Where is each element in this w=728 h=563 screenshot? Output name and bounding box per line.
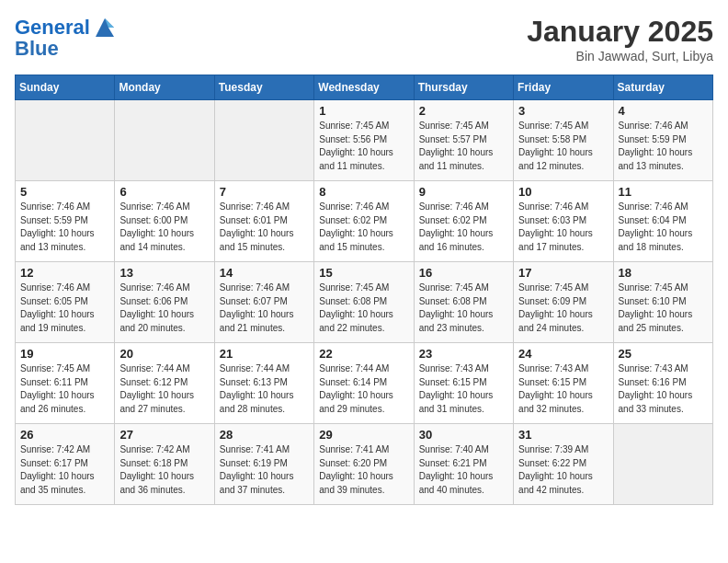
day-info: Sunrise: 7:46 AM Sunset: 6:02 PM Dayligh… <box>319 201 408 254</box>
day-number: 1 <box>319 104 408 118</box>
day-number: 23 <box>419 347 508 361</box>
day-number: 27 <box>119 428 209 442</box>
day-info: Sunrise: 7:46 AM Sunset: 6:02 PM Dayligh… <box>419 201 508 254</box>
calendar-cell: 3Sunrise: 7:45 AM Sunset: 5:58 PM Daylig… <box>514 100 613 181</box>
calendar-cell: 11Sunrise: 7:46 AM Sunset: 6:04 PM Dayli… <box>613 181 712 262</box>
calendar-cell: 7Sunrise: 7:46 AM Sunset: 6:01 PM Daylig… <box>214 181 313 262</box>
day-info: Sunrise: 7:45 AM Sunset: 6:09 PM Dayligh… <box>518 282 608 335</box>
day-number: 9 <box>419 185 508 199</box>
page-header: General Blue January 2025 Bin Jawwad, Su… <box>15 15 713 63</box>
weekday-header-row: SundayMondayTuesdayWednesdayThursdayFrid… <box>16 75 713 100</box>
calendar-cell: 16Sunrise: 7:45 AM Sunset: 6:08 PM Dayli… <box>414 262 513 343</box>
month-title: January 2025 <box>527 15 713 49</box>
day-info: Sunrise: 7:45 AM Sunset: 6:08 PM Dayligh… <box>419 282 508 335</box>
calendar-cell: 14Sunrise: 7:46 AM Sunset: 6:07 PM Dayli… <box>214 262 313 343</box>
day-info: Sunrise: 7:40 AM Sunset: 6:21 PM Dayligh… <box>419 443 508 497</box>
calendar-week-5: 26Sunrise: 7:42 AM Sunset: 6:17 PM Dayli… <box>16 424 713 505</box>
day-number: 21 <box>220 347 309 361</box>
day-info: Sunrise: 7:44 AM Sunset: 6:13 PM Dayligh… <box>220 362 309 416</box>
day-number: 12 <box>20 266 109 280</box>
day-info: Sunrise: 7:39 AM Sunset: 6:22 PM Dayligh… <box>518 443 608 497</box>
calendar-cell: 19Sunrise: 7:45 AM Sunset: 6:11 PM Dayli… <box>16 343 115 424</box>
logo: General Blue <box>15 15 118 61</box>
calendar-cell: 10Sunrise: 7:46 AM Sunset: 6:03 PM Dayli… <box>514 181 613 262</box>
day-number: 18 <box>619 266 708 280</box>
day-number: 6 <box>119 185 209 199</box>
weekday-header-friday: Friday <box>514 75 613 100</box>
calendar-week-4: 19Sunrise: 7:45 AM Sunset: 6:11 PM Dayli… <box>16 343 713 424</box>
calendar-cell <box>613 424 712 505</box>
calendar-cell: 13Sunrise: 7:46 AM Sunset: 6:06 PM Dayli… <box>115 262 214 343</box>
day-number: 8 <box>319 185 408 199</box>
calendar-cell: 12Sunrise: 7:46 AM Sunset: 6:05 PM Dayli… <box>16 262 115 343</box>
calendar-week-1: 1Sunrise: 7:45 AM Sunset: 5:56 PM Daylig… <box>16 100 713 181</box>
calendar-cell: 18Sunrise: 7:45 AM Sunset: 6:10 PM Dayli… <box>613 262 712 343</box>
calendar-cell: 6Sunrise: 7:46 AM Sunset: 6:00 PM Daylig… <box>115 181 214 262</box>
day-info: Sunrise: 7:44 AM Sunset: 6:14 PM Dayligh… <box>319 362 408 416</box>
day-number: 31 <box>518 428 608 442</box>
day-number: 16 <box>419 266 508 280</box>
day-info: Sunrise: 7:45 AM Sunset: 6:08 PM Dayligh… <box>319 282 408 335</box>
calendar-cell: 28Sunrise: 7:41 AM Sunset: 6:19 PM Dayli… <box>214 424 313 505</box>
calendar-cell: 20Sunrise: 7:44 AM Sunset: 6:12 PM Dayli… <box>115 343 214 424</box>
day-info: Sunrise: 7:45 AM Sunset: 5:57 PM Dayligh… <box>419 120 508 173</box>
calendar-cell: 27Sunrise: 7:42 AM Sunset: 6:18 PM Dayli… <box>115 424 214 505</box>
day-number: 30 <box>419 428 508 442</box>
day-info: Sunrise: 7:46 AM Sunset: 5:59 PM Dayligh… <box>20 201 109 254</box>
calendar-cell: 9Sunrise: 7:46 AM Sunset: 6:02 PM Daylig… <box>414 181 513 262</box>
day-info: Sunrise: 7:45 AM Sunset: 6:11 PM Dayligh… <box>20 362 109 416</box>
day-number: 2 <box>419 104 508 118</box>
calendar-cell: 25Sunrise: 7:43 AM Sunset: 6:16 PM Dayli… <box>613 343 712 424</box>
day-number: 20 <box>119 347 209 361</box>
calendar-cell: 2Sunrise: 7:45 AM Sunset: 5:57 PM Daylig… <box>414 100 513 181</box>
weekday-header-saturday: Saturday <box>613 75 712 100</box>
day-info: Sunrise: 7:46 AM Sunset: 6:06 PM Dayligh… <box>119 282 209 335</box>
day-info: Sunrise: 7:45 AM Sunset: 6:10 PM Dayligh… <box>619 282 708 335</box>
day-info: Sunrise: 7:45 AM Sunset: 5:58 PM Dayligh… <box>518 120 608 173</box>
calendar-cell: 24Sunrise: 7:43 AM Sunset: 6:15 PM Dayli… <box>514 343 613 424</box>
weekday-header-tuesday: Tuesday <box>214 75 313 100</box>
calendar-cell: 29Sunrise: 7:41 AM Sunset: 6:20 PM Dayli… <box>314 424 414 505</box>
calendar-cell: 4Sunrise: 7:46 AM Sunset: 5:59 PM Daylig… <box>613 100 712 181</box>
day-info: Sunrise: 7:46 AM Sunset: 6:00 PM Dayligh… <box>119 201 209 254</box>
logo-icon <box>92 15 118 40</box>
day-number: 17 <box>518 266 608 280</box>
day-info: Sunrise: 7:43 AM Sunset: 6:16 PM Dayligh… <box>619 362 708 416</box>
day-number: 28 <box>220 428 309 442</box>
calendar-cell: 1Sunrise: 7:45 AM Sunset: 5:56 PM Daylig… <box>314 100 414 181</box>
calendar-cell: 21Sunrise: 7:44 AM Sunset: 6:13 PM Dayli… <box>214 343 313 424</box>
calendar-cell: 15Sunrise: 7:45 AM Sunset: 6:08 PM Dayli… <box>314 262 414 343</box>
day-info: Sunrise: 7:46 AM Sunset: 6:03 PM Dayligh… <box>518 201 608 254</box>
day-info: Sunrise: 7:46 AM Sunset: 6:04 PM Dayligh… <box>619 201 708 254</box>
logo-text: General <box>15 17 90 39</box>
calendar-cell: 26Sunrise: 7:42 AM Sunset: 6:17 PM Dayli… <box>16 424 115 505</box>
day-info: Sunrise: 7:46 AM Sunset: 6:07 PM Dayligh… <box>220 282 309 335</box>
day-number: 14 <box>220 266 309 280</box>
day-number: 5 <box>20 185 109 199</box>
calendar-cell: 22Sunrise: 7:44 AM Sunset: 6:14 PM Dayli… <box>314 343 414 424</box>
day-info: Sunrise: 7:46 AM Sunset: 6:05 PM Dayligh… <box>20 282 109 335</box>
day-number: 11 <box>619 185 708 199</box>
calendar-cell <box>115 100 214 181</box>
day-number: 26 <box>20 428 109 442</box>
day-info: Sunrise: 7:42 AM Sunset: 6:18 PM Dayligh… <box>119 443 209 497</box>
day-number: 15 <box>319 266 408 280</box>
day-number: 13 <box>119 266 209 280</box>
calendar-cell: 5Sunrise: 7:46 AM Sunset: 5:59 PM Daylig… <box>16 181 115 262</box>
calendar-cell <box>214 100 313 181</box>
day-number: 3 <box>518 104 608 118</box>
day-number: 10 <box>518 185 608 199</box>
weekday-header-sunday: Sunday <box>16 75 115 100</box>
weekday-header-wednesday: Wednesday <box>314 75 414 100</box>
calendar-cell: 23Sunrise: 7:43 AM Sunset: 6:15 PM Dayli… <box>414 343 513 424</box>
day-info: Sunrise: 7:41 AM Sunset: 6:20 PM Dayligh… <box>319 443 408 497</box>
day-number: 29 <box>319 428 408 442</box>
calendar-table: SundayMondayTuesdayWednesdayThursdayFrid… <box>15 75 713 505</box>
day-info: Sunrise: 7:43 AM Sunset: 6:15 PM Dayligh… <box>518 362 608 416</box>
weekday-header-monday: Monday <box>115 75 214 100</box>
title-block: January 2025 Bin Jawwad, Surt, Libya <box>527 15 713 63</box>
calendar-cell: 30Sunrise: 7:40 AM Sunset: 6:21 PM Dayli… <box>414 424 513 505</box>
calendar-week-2: 5Sunrise: 7:46 AM Sunset: 5:59 PM Daylig… <box>16 181 713 262</box>
location: Bin Jawwad, Surt, Libya <box>527 49 713 63</box>
day-number: 24 <box>518 347 608 361</box>
